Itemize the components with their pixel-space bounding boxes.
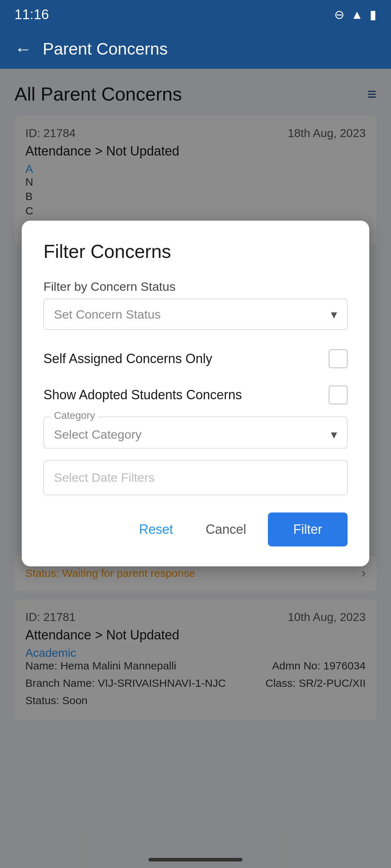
filter-button[interactable]: Filter [268, 512, 348, 546]
cancel-button[interactable]: Cancel [195, 515, 257, 544]
category-value: Select Category [54, 427, 142, 442]
show-adopted-checkbox[interactable] [329, 386, 348, 404]
dnd-icon: ⊖ [334, 7, 344, 22]
modal-title: Filter Concerns [43, 241, 348, 262]
concern-status-value: Set Concern Status [54, 307, 161, 322]
header-title: Parent Concerns [43, 39, 168, 59]
filter-modal: Filter Concerns Filter by Concern Status… [22, 221, 369, 566]
modal-buttons: Reset Cancel Filter [43, 512, 348, 546]
status-bar: 11:16 ⊖ ▲ ▮ [0, 0, 391, 29]
category-select-row: Select Category ▾ [54, 427, 337, 442]
wifi-icon: ▲ [351, 8, 363, 22]
category-dropdown[interactable]: Category Select Category ▾ [43, 417, 348, 448]
self-assigned-label: Self Assigned Concerns Only [43, 351, 212, 366]
concern-status-arrow-icon: ▾ [331, 307, 337, 322]
page-content: All Parent Concerns ≡ ID: 21784 18th Aug… [0, 69, 391, 868]
back-button[interactable]: ← [14, 39, 32, 59]
self-assigned-checkbox[interactable] [329, 349, 348, 368]
show-adopted-row: Show Adopted Students Concerns [43, 380, 348, 409]
date-filter-input[interactable]: Select Date Filters [43, 460, 348, 495]
status-time: 11:16 [14, 7, 49, 22]
category-arrow-icon: ▾ [331, 427, 337, 442]
header: ← Parent Concerns [0, 29, 391, 69]
self-assigned-row: Self Assigned Concerns Only [43, 344, 348, 373]
reset-button[interactable]: Reset [128, 515, 184, 544]
category-floating-label: Category [51, 410, 98, 421]
battery-icon: ▮ [370, 7, 377, 22]
home-indicator [148, 858, 243, 861]
concern-status-dropdown[interactable]: Set Concern Status ▾ [43, 299, 348, 330]
status-icons: ⊖ ▲ ▮ [334, 7, 377, 22]
show-adopted-label: Show Adopted Students Concerns [43, 387, 242, 403]
filter-status-label: Filter by Concern Status [43, 280, 348, 294]
date-placeholder: Select Date Filters [54, 471, 155, 484]
